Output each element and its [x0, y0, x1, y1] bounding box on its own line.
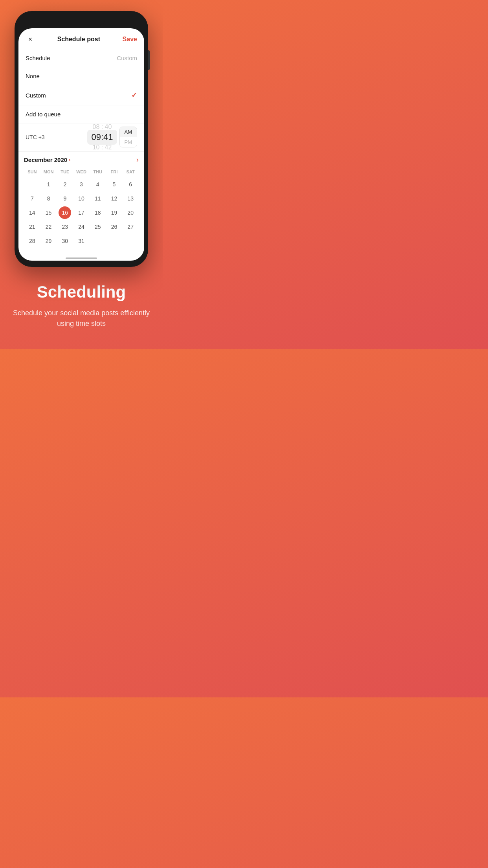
calendar-day-6[interactable]: 6	[122, 177, 139, 191]
calendar-day-10[interactable]: 10	[73, 191, 90, 206]
calendar-nav-right[interactable]: ›	[136, 156, 139, 164]
custom-label: Custom	[26, 92, 46, 99]
phone-notch	[58, 16, 105, 26]
calendar-week-1: 78910111213	[24, 191, 139, 206]
phone-screen: × Schedule post Save Schedule Custom Non…	[18, 28, 144, 261]
pm-button[interactable]: PM	[120, 137, 137, 147]
calendar-day-12[interactable]: 12	[106, 191, 123, 206]
check-icon: ✓	[131, 91, 137, 99]
calendar-day-11[interactable]: 11	[90, 191, 106, 206]
time-wheel[interactable]: 08 : 40 09:41 10 : 42	[87, 130, 117, 145]
calendar-day-8[interactable]: 8	[40, 191, 57, 206]
calendar-day-31[interactable]: 31	[73, 234, 90, 248]
calendar-week-0: 123456	[24, 177, 139, 191]
calendar-day-20[interactable]: 20	[122, 206, 139, 220]
calendar-day-4[interactable]: 4	[90, 177, 106, 191]
day-header-sat: SAT	[122, 168, 139, 176]
calendar-day-24[interactable]: 24	[73, 220, 90, 234]
time-hours: 09	[91, 132, 101, 142]
calendar-day-28[interactable]: 28	[24, 234, 40, 248]
calendar-day-7[interactable]: 7	[24, 191, 40, 206]
close-button[interactable]: ×	[26, 35, 35, 44]
calendar-section: December 2020 › › SUN MON TUE WED THU FR…	[18, 152, 144, 254]
calendar-grid: SUN MON TUE WED THU FRI SAT 123456789101…	[24, 168, 139, 248]
modal-header: × Schedule post Save	[18, 28, 144, 49]
calendar-day-5[interactable]: 5	[106, 177, 123, 191]
calendar-nav: December 2020 › ›	[24, 156, 139, 164]
time-section: UTC +3 08 : 40 09:41 10 : 42 AM PM	[18, 123, 144, 152]
calendar-day-22[interactable]: 22	[40, 220, 57, 234]
calendar-day-30[interactable]: 30	[57, 234, 73, 248]
am-pm-toggle[interactable]: AM PM	[119, 127, 138, 147]
schedule-label: Schedule	[26, 55, 50, 61]
bottom-section: Scheduling Schedule your social media po…	[0, 267, 163, 349]
calendar-week-2: 14151617181920	[24, 206, 139, 220]
calendar-day-14[interactable]: 14	[24, 206, 40, 220]
time-below: 10 : 42	[87, 144, 117, 151]
add-to-queue-option[interactable]: Add to queue	[18, 105, 144, 123]
calendar-day-16[interactable]: 16	[59, 206, 71, 219]
calendar-day-25[interactable]: 25	[90, 220, 106, 234]
calendar-empty	[90, 234, 106, 248]
calendar-day-27[interactable]: 27	[122, 220, 139, 234]
calendar-day-13[interactable]: 13	[122, 191, 139, 206]
save-button[interactable]: Save	[123, 36, 137, 43]
calendar-day-18[interactable]: 18	[90, 206, 106, 220]
time-minutes: 41	[103, 132, 113, 142]
day-header-sun: SUN	[24, 168, 40, 176]
none-label: None	[26, 73, 40, 79]
time-picker-area[interactable]: 08 : 40 09:41 10 : 42 AM PM	[87, 127, 137, 147]
custom-option[interactable]: Custom ✓	[18, 85, 144, 105]
none-option[interactable]: None	[18, 67, 144, 85]
calendar-header-row: SUN MON TUE WED THU FRI SAT	[24, 168, 139, 176]
add-to-queue-label: Add to queue	[26, 111, 61, 118]
day-header-fri: FRI	[106, 168, 123, 176]
schedule-row[interactable]: Schedule Custom	[18, 49, 144, 67]
calendar-month-button[interactable]: December 2020 ›	[24, 156, 70, 163]
scheduling-title: Scheduling	[12, 283, 151, 302]
calendar-day-19[interactable]: 19	[106, 206, 123, 220]
calendar-day-15[interactable]: 15	[40, 206, 57, 220]
home-indicator	[66, 257, 97, 259]
timezone-label: UTC +3	[26, 134, 45, 140]
calendar-day-26[interactable]: 26	[106, 220, 123, 234]
calendar-day-21[interactable]: 21	[24, 220, 40, 234]
side-button-right	[148, 50, 150, 70]
calendar-day-29[interactable]: 29	[40, 234, 57, 248]
calendar-day-1[interactable]: 1	[40, 177, 57, 191]
calendar-day-9[interactable]: 9	[57, 191, 73, 206]
day-header-tue: TUE	[57, 168, 73, 176]
schedule-value: Custom	[117, 55, 137, 61]
time-above: 08 : 40	[87, 123, 117, 131]
calendar-month-label: December 2020	[24, 156, 67, 163]
calendar-empty	[106, 234, 123, 248]
calendar-day-2[interactable]: 2	[57, 177, 73, 191]
scheduling-description: Schedule your social media posts efficie…	[12, 308, 151, 329]
calendar-empty	[24, 177, 40, 191]
calendar-week-3: 21222324252627	[24, 220, 139, 234]
calendar-day-23[interactable]: 23	[57, 220, 73, 234]
calendar-week-4: 28293031	[24, 234, 139, 248]
calendar-day-3[interactable]: 3	[73, 177, 90, 191]
chevron-right-icon: ›	[69, 157, 70, 163]
calendar-weeks: 1234567891011121314151617181920212223242…	[24, 177, 139, 248]
calendar-day-17[interactable]: 17	[73, 206, 90, 220]
modal-title: Schedule post	[57, 36, 100, 43]
calendar-empty	[122, 234, 139, 248]
day-header-wed: WED	[73, 168, 90, 176]
phone-shell: × Schedule post Save Schedule Custom Non…	[15, 11, 148, 267]
day-header-mon: MON	[40, 168, 57, 176]
day-header-thu: THU	[90, 168, 106, 176]
am-button[interactable]: AM	[120, 127, 137, 137]
